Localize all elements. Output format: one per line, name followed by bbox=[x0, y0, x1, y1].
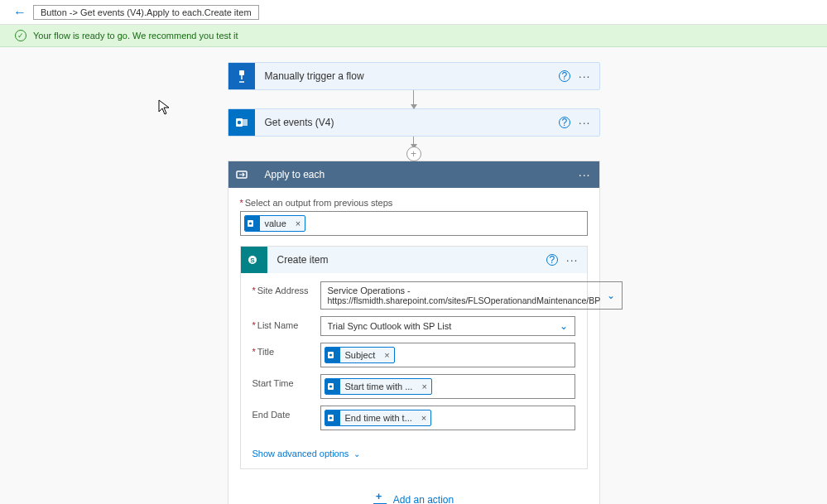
svg-point-14 bbox=[329, 416, 331, 419]
list-name-label: *List Name bbox=[252, 316, 312, 330]
apply-to-each-card: Apply to each ··· *Select an output from… bbox=[228, 161, 600, 504]
menu-dots-icon[interactable]: ··· bbox=[566, 253, 579, 266]
start-time-token[interactable]: Start time with ... × bbox=[325, 378, 432, 395]
trigger-title: Manually trigger a flow bbox=[255, 70, 559, 82]
title-label: *Title bbox=[252, 343, 312, 357]
chevron-down-icon: ⌄ bbox=[607, 290, 615, 301]
subject-token[interactable]: Subject × bbox=[325, 347, 395, 363]
help-icon[interactable]: ? bbox=[559, 117, 570, 128]
start-time-label: Start Time bbox=[252, 374, 312, 388]
output-field-label: *Select an output from previous steps bbox=[240, 198, 588, 208]
trigger-icon bbox=[228, 63, 255, 89]
svg-text:S: S bbox=[250, 257, 255, 264]
remove-token-icon[interactable]: × bbox=[417, 382, 430, 391]
menu-dots-icon[interactable]: ··· bbox=[579, 70, 591, 83]
success-message: Your flow is ready to go. We recommend y… bbox=[33, 31, 238, 41]
sharepoint-icon: S bbox=[241, 247, 267, 273]
chevron-down-icon: ⌄ bbox=[353, 449, 360, 458]
end-time-token[interactable]: End time with t... × bbox=[325, 410, 432, 426]
svg-rect-0 bbox=[239, 70, 244, 75]
header-bar: ← Button -> Get events (V4).Apply to eac… bbox=[0, 0, 827, 25]
get-events-step[interactable]: Get events (V4) ? ··· bbox=[228, 108, 600, 137]
list-name-combo[interactable]: Trial Sync Outlook with SP List ⌄ bbox=[320, 316, 575, 336]
chevron-down-icon: ⌄ bbox=[560, 320, 568, 332]
outlook-token-icon bbox=[325, 379, 340, 394]
remove-token-icon[interactable]: × bbox=[417, 413, 430, 423]
get-events-title: Get events (V4) bbox=[255, 117, 559, 128]
breadcrumb[interactable]: Button -> Get events (V4).Apply to each.… bbox=[33, 5, 259, 20]
success-banner: ✓ Your flow is ready to go. We recommend… bbox=[0, 25, 827, 47]
add-step-icon[interactable]: + bbox=[406, 146, 421, 161]
site-address-combo[interactable]: Service Operations - https://flsmidth.sh… bbox=[320, 281, 623, 310]
outlook-token-icon bbox=[325, 410, 340, 425]
trigger-step[interactable]: Manually trigger a flow ? ··· bbox=[228, 62, 600, 90]
value-token[interactable]: value × bbox=[244, 215, 306, 232]
check-circle-icon: ✓ bbox=[15, 30, 26, 41]
flow-canvas: Manually trigger a flow ? ··· Get events… bbox=[0, 47, 827, 504]
add-action-button[interactable]: Add an action bbox=[240, 469, 588, 504]
title-input[interactable]: Subject × bbox=[320, 343, 575, 367]
svg-rect-2 bbox=[243, 119, 248, 126]
help-icon[interactable]: ? bbox=[546, 254, 558, 266]
end-date-input[interactable]: End time with t... × bbox=[320, 406, 575, 430]
outlook-token-icon bbox=[245, 216, 260, 231]
create-item-header[interactable]: S Create item ? ··· bbox=[241, 247, 587, 273]
remove-token-icon[interactable]: × bbox=[380, 350, 393, 360]
connector-arrow bbox=[413, 90, 414, 108]
svg-point-3 bbox=[237, 121, 240, 124]
loop-icon bbox=[228, 161, 255, 188]
start-time-input[interactable]: Start time with ... × bbox=[320, 374, 575, 399]
apply-to-each-body: *Select an output from previous steps va… bbox=[228, 188, 599, 504]
svg-point-12 bbox=[329, 385, 331, 387]
create-item-card: S Create item ? ··· *Site Address bbox=[240, 246, 588, 469]
show-advanced-options[interactable]: Show advanced options ⌄ bbox=[241, 442, 587, 468]
apply-to-each-header[interactable]: Apply to each ··· bbox=[228, 161, 599, 188]
site-address-label: *Site Address bbox=[252, 281, 312, 295]
output-token-input[interactable]: value × bbox=[240, 211, 588, 236]
back-arrow-icon[interactable]: ← bbox=[7, 5, 33, 20]
remove-token-icon[interactable]: × bbox=[291, 218, 305, 228]
add-action-icon bbox=[373, 495, 387, 504]
menu-dots-icon[interactable]: ··· bbox=[579, 168, 591, 181]
create-item-title: Create item bbox=[267, 254, 339, 266]
create-item-form: *Site Address Service Operations - https… bbox=[241, 273, 587, 442]
outlook-token-icon bbox=[325, 348, 340, 362]
menu-dots-icon[interactable]: ··· bbox=[579, 116, 591, 129]
apply-to-each-title: Apply to each bbox=[255, 169, 335, 180]
svg-point-6 bbox=[248, 222, 251, 224]
outlook-icon bbox=[228, 109, 255, 136]
help-icon[interactable]: ? bbox=[559, 70, 570, 82]
svg-point-10 bbox=[329, 353, 331, 356]
end-date-label: End Date bbox=[252, 406, 312, 420]
